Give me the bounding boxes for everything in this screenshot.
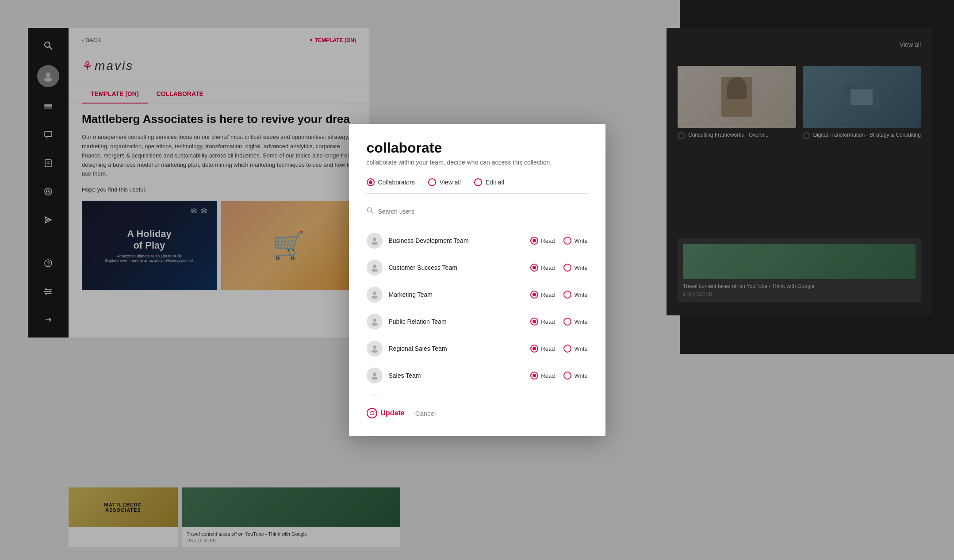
svg-point-34 xyxy=(373,372,376,376)
write-radio-business-dev xyxy=(563,237,571,245)
read-label-regional-sales: Read xyxy=(541,345,555,352)
perm-write-public-relation[interactable]: Write xyxy=(563,318,587,326)
svg-point-24 xyxy=(373,238,376,241)
user-avatar-customer-success xyxy=(367,260,383,276)
svg-point-26 xyxy=(373,265,376,268)
read-radio-public-relation xyxy=(530,318,538,326)
perm-write-marketing[interactable]: Write xyxy=(563,291,587,299)
svg-point-29 xyxy=(372,296,378,299)
user-row-public-relation: Public Relation Team Read Write xyxy=(367,308,588,335)
user-perms-customer-success: Read Write xyxy=(530,264,587,272)
read-label-marketing: Read xyxy=(541,292,555,298)
user-avatar-sales-team xyxy=(367,368,383,384)
write-radio-marketing xyxy=(563,291,571,299)
user-perms-public-relation: Read Write xyxy=(530,318,587,326)
user-avatar-regional-sales xyxy=(367,341,383,357)
collaborate-dialog: collaborate collaborate within your team… xyxy=(349,124,605,436)
svg-point-28 xyxy=(373,292,376,295)
tab-collaborators[interactable]: Collaborators xyxy=(367,178,415,186)
write-label-public-relation: Write xyxy=(574,318,587,325)
read-radio-regional-sales xyxy=(530,345,538,353)
tab-view-all[interactable]: View all xyxy=(428,178,461,186)
user-row-liam-smith: Liam Smith Read Write xyxy=(367,389,588,395)
tab-edit-all-radio xyxy=(474,178,482,186)
svg-point-31 xyxy=(372,323,378,326)
user-avatar-marketing xyxy=(367,287,383,303)
dialog-tabs-row: Collaborators View all Edit all xyxy=(367,178,588,194)
tab-collaborators-label: Collaborators xyxy=(378,179,415,186)
dialog-title: collaborate xyxy=(367,140,588,156)
svg-line-23 xyxy=(371,212,373,214)
svg-point-30 xyxy=(373,318,376,322)
perm-read-sales-team[interactable]: Read xyxy=(530,372,555,380)
perm-write-sales-team[interactable]: Write xyxy=(563,372,587,380)
perm-read-business-dev[interactable]: Read xyxy=(530,237,555,245)
read-label-business-dev: Read xyxy=(541,238,555,244)
user-name-business-dev: Business Development Team xyxy=(389,237,531,244)
write-label-marketing: Write xyxy=(574,292,587,298)
svg-point-27 xyxy=(372,269,378,272)
write-radio-sales-team xyxy=(563,372,571,380)
user-avatar-public-relation xyxy=(367,314,383,330)
read-radio-sales-team xyxy=(530,372,538,380)
read-radio-customer-success xyxy=(530,264,538,272)
read-label-public-relation: Read xyxy=(541,318,555,325)
user-row-regional-sales: Regional Sales Team Read Write xyxy=(367,335,588,362)
user-perms-marketing: Read Write xyxy=(530,291,587,299)
write-label-business-dev: Write xyxy=(574,238,587,244)
update-button-label: Update xyxy=(381,409,405,417)
tab-edit-all-label: Edit all xyxy=(486,179,504,186)
svg-marker-38 xyxy=(373,411,375,413)
user-perms-regional-sales: Read Write xyxy=(530,345,587,353)
write-label-customer-success: Write xyxy=(574,265,587,271)
svg-point-22 xyxy=(367,208,372,212)
search-users-input[interactable] xyxy=(378,208,588,215)
user-row-sales-team: Sales Team Read Write xyxy=(367,362,588,389)
tab-view-all-label: View all xyxy=(440,179,461,186)
perm-read-customer-success[interactable]: Read xyxy=(530,264,555,272)
perm-read-public-relation[interactable]: Read xyxy=(530,318,555,326)
user-row-marketing: Marketing Team Read Write xyxy=(367,281,588,308)
write-label-sales-team: Write xyxy=(574,372,587,379)
user-avatar-liam-smith xyxy=(367,395,383,395)
user-avatar-business-dev xyxy=(367,233,383,249)
user-perms-business-dev: Read Write xyxy=(530,237,587,245)
write-radio-regional-sales xyxy=(563,345,571,353)
search-icon-dialog xyxy=(367,207,374,215)
write-radio-public-relation xyxy=(563,318,571,326)
svg-point-33 xyxy=(372,350,378,353)
user-row-business-dev: Business Development Team Read Write xyxy=(367,227,588,254)
user-name-customer-success: Customer Success Team xyxy=(389,264,531,271)
cancel-button[interactable]: Cancel xyxy=(415,410,436,417)
perm-read-marketing[interactable]: Read xyxy=(530,291,555,299)
tab-collaborators-radio xyxy=(367,178,375,186)
write-radio-customer-success xyxy=(563,264,571,272)
perm-write-business-dev[interactable]: Write xyxy=(563,237,587,245)
svg-point-35 xyxy=(372,377,378,380)
perm-read-regional-sales[interactable]: Read xyxy=(530,345,555,353)
user-name-public-relation: Public Relation Team xyxy=(389,318,531,325)
tab-edit-all[interactable]: Edit all xyxy=(474,178,504,186)
svg-point-25 xyxy=(372,242,378,245)
perm-write-regional-sales[interactable]: Write xyxy=(563,345,587,353)
user-name-regional-sales: Regional Sales Team xyxy=(389,345,531,352)
user-name-marketing: Marketing Team xyxy=(389,291,531,298)
svg-point-32 xyxy=(373,345,376,349)
dialog-footer: Update Cancel xyxy=(367,408,588,418)
perm-write-customer-success[interactable]: Write xyxy=(563,264,587,272)
read-label-sales-team: Read xyxy=(541,372,555,379)
read-radio-business-dev xyxy=(530,237,538,245)
user-name-sales-team: Sales Team xyxy=(389,372,531,379)
read-label-customer-success: Read xyxy=(541,265,555,271)
write-label-regional-sales: Write xyxy=(574,345,587,352)
update-button[interactable]: Update xyxy=(367,408,405,418)
user-row-customer-success: Customer Success Team Read Write xyxy=(367,254,588,281)
dialog-subtitle: collaborate within your team, decide who… xyxy=(367,159,588,166)
user-perms-sales-team: Read Write xyxy=(530,372,587,380)
update-circle-icon xyxy=(367,408,377,418)
read-radio-marketing xyxy=(530,291,538,299)
tab-view-all-radio xyxy=(428,178,436,186)
search-bar xyxy=(367,203,588,220)
users-list: Business Development Team Read Write xyxy=(367,227,588,395)
